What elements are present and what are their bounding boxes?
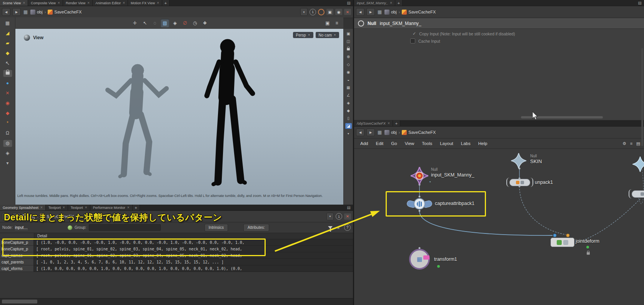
- camera-icon[interactable]: ▣: [345, 31, 352, 37]
- cache-input-checkbox[interactable]: [410, 38, 415, 43]
- node-name-label[interactable]: jointdeform: [576, 238, 599, 244]
- intrinsics-button[interactable]: Intrinsics: [205, 224, 228, 232]
- close-icon[interactable]: ×: [388, 122, 390, 125]
- annotate-pen-icon[interactable]: ◢: [3, 29, 12, 37]
- cursor-select-icon[interactable]: ↖: [141, 19, 149, 27]
- breadcrumb-savecachefx[interactable]: SaveCacheFX: [48, 10, 82, 15]
- pane-split-icon[interactable]: ◫: [345, 38, 352, 44]
- new-tab-button[interactable]: +: [395, 0, 403, 6]
- close-icon[interactable]: ×: [127, 206, 130, 210]
- snapshot-icon[interactable]: ▣: [326, 9, 333, 15]
- filter-funnel-icon[interactable]: [328, 226, 333, 229]
- name-column-header[interactable]: [0, 233, 34, 239]
- new-tab-button[interactable]: +: [393, 120, 400, 126]
- copy-input-param[interactable]: ✓ Copy Input (Note: Input will be still …: [413, 31, 515, 36]
- close-icon[interactable]: ×: [58, 1, 60, 5]
- character-tool-icon[interactable]: Ω: [3, 129, 12, 137]
- path-dropdown-icon[interactable]: ▼: [300, 8, 308, 16]
- menu-add[interactable]: Add: [356, 141, 372, 146]
- close-icon[interactable]: ×: [63, 206, 65, 210]
- network-root-icon[interactable]: ▦: [23, 9, 28, 15]
- snap-mode-icon[interactable]: ◈: [345, 100, 352, 106]
- sort-list-icon[interactable]: ≡: [335, 225, 342, 231]
- view-tool-icon[interactable]: ●: [3, 79, 12, 87]
- network-editor[interactable]: Null SKIN unpack1 Null input_SKM_Manny: [354, 149, 644, 305]
- node-skin[interactable]: [511, 153, 526, 168]
- tab-textport-2[interactable]: Textport×: [68, 205, 90, 210]
- select-arrow-icon[interactable]: ↖: [3, 59, 12, 67]
- tab-composite-view[interactable]: Composite View×: [28, 0, 63, 6]
- node-jointdeform[interactable]: [551, 238, 574, 247]
- lasso-select-icon[interactable]: ◌: [151, 19, 159, 27]
- flipbook-icon[interactable]: ❖: [201, 19, 209, 27]
- breadcrumb-obj[interactable]: obj: [384, 10, 397, 15]
- stopwatch-icon[interactable]: ◷: [191, 19, 199, 27]
- new-tab-button[interactable]: +: [133, 205, 140, 210]
- network-root-icon[interactable]: ▦: [377, 130, 383, 135]
- menu-edit[interactable]: Edit: [372, 141, 387, 146]
- back-icon[interactable]: ◀: [356, 128, 364, 136]
- grid-icon[interactable]: ▦: [345, 85, 352, 90]
- palette-tool-icon[interactable]: ◈: [3, 149, 12, 157]
- close-icon[interactable]: ×: [123, 1, 125, 5]
- menu-help[interactable]: Help: [474, 141, 491, 146]
- joint-tool-icon[interactable]: ◆: [3, 109, 12, 117]
- node-name-label[interactable]: unpack1: [535, 180, 553, 185]
- tab-textport-1[interactable]: Textport×: [46, 205, 68, 210]
- target-icon[interactable]: ⊗: [345, 54, 352, 60]
- node-name-label[interactable]: SKIN: [530, 158, 542, 164]
- strip-more-icon[interactable]: ▼: [345, 131, 352, 137]
- menu-view[interactable]: View: [401, 141, 418, 146]
- param-horizontal-scrollbar[interactable]: [521, 116, 603, 118]
- node-path-value[interactable]: input…: [15, 225, 28, 230]
- table-row[interactable]: boneCapture_p [ root, pelvis, spine_01, …: [0, 246, 353, 252]
- detail-column-header[interactable]: Detail: [34, 233, 47, 239]
- view-state-icon[interactable]: ◪: [345, 123, 352, 129]
- align-icon[interactable]: ≡: [628, 140, 635, 147]
- current-tool-icon[interactable]: ◍: [3, 139, 12, 147]
- cache-input-param[interactable]: Cache Input: [410, 38, 440, 43]
- measure-icon[interactable]: ∠: [345, 92, 352, 98]
- network-root-icon[interactable]: ▦: [377, 9, 383, 15]
- spray-tool-icon[interactable]: *: [3, 119, 12, 127]
- display-options-icon[interactable]: ▤: [635, 140, 642, 147]
- path-dropdown-icon[interactable]: ▼: [326, 213, 334, 220]
- disable-icon[interactable]: ∅: [181, 19, 189, 27]
- group-input[interactable]: [89, 224, 161, 231]
- breadcrumb-obj[interactable]: obj: [384, 130, 397, 135]
- viewport-menu-icon[interactable]: ≡: [333, 19, 341, 27]
- pin-ring-icon[interactable]: [318, 9, 324, 15]
- back-icon[interactable]: ◀: [2, 8, 10, 16]
- render-view-icon[interactable]: ▣: [323, 19, 332, 27]
- node-name-field[interactable]: input_SKM_Manny_: [380, 21, 421, 26]
- transform-handles-icon[interactable]: ✛: [131, 19, 139, 27]
- node-name-label[interactable]: captureattribpack1: [435, 201, 474, 206]
- close-icon[interactable]: ×: [85, 206, 87, 210]
- tab-animation-editor[interactable]: Animation Editor×: [93, 0, 128, 6]
- node-input-skm-manny[interactable]: [411, 167, 428, 185]
- attributes-button[interactable]: Attributes:: [243, 224, 269, 232]
- link-badge[interactable]: 1: [336, 213, 342, 220]
- lock-view-icon[interactable]: [345, 46, 352, 52]
- camera-dropdown[interactable]: No cam▼: [316, 32, 339, 38]
- tab-scene-view[interactable]: Scene View×: [0, 0, 28, 6]
- ruler-icon[interactable]: ▯: [345, 115, 352, 121]
- close-icon[interactable]: ×: [390, 1, 392, 5]
- shade-icon[interactable]: ◒: [345, 77, 352, 83]
- horizontal-scrollbar[interactable]: [0, 298, 353, 305]
- table-row[interactable]: capt_parents [ -1, 0, 1, 2, 3, 4, 5, 6, …: [0, 259, 353, 265]
- menu-tools[interactable]: Tools: [418, 141, 436, 146]
- scene-viewport[interactable]: View Persp▼ No cam▼: [15, 29, 343, 205]
- new-tab-button[interactable]: +: [162, 0, 170, 6]
- close-icon[interactable]: ×: [23, 1, 25, 5]
- node-unpack1[interactable]: [509, 179, 530, 186]
- sticky-note-icon[interactable]: ▰: [3, 39, 12, 47]
- more-tools-icon[interactable]: ▾: [3, 159, 12, 167]
- menu-labs[interactable]: Labs: [457, 141, 474, 146]
- help-icon[interactable]: ?: [344, 224, 351, 231]
- breadcrumb-savecachefx[interactable]: SaveCacheFX: [402, 10, 436, 15]
- paint-tool-icon[interactable]: ✕: [3, 89, 12, 97]
- pane-menu-icon[interactable]: ▤: [344, 0, 353, 6]
- flag-icon[interactable]: ◆: [345, 108, 352, 113]
- node-partial-top[interactable]: [632, 157, 644, 172]
